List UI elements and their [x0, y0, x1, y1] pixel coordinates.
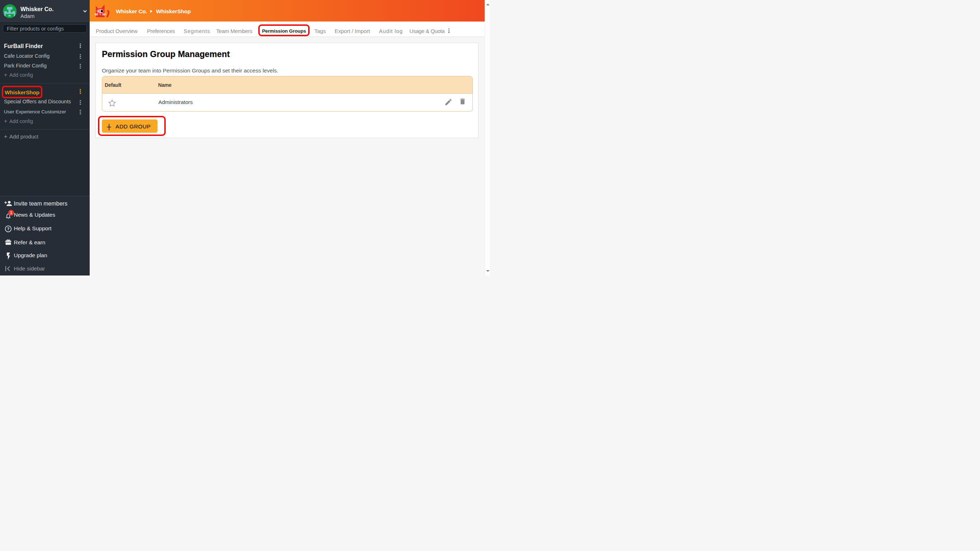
svg-text:?: ? — [7, 227, 10, 231]
